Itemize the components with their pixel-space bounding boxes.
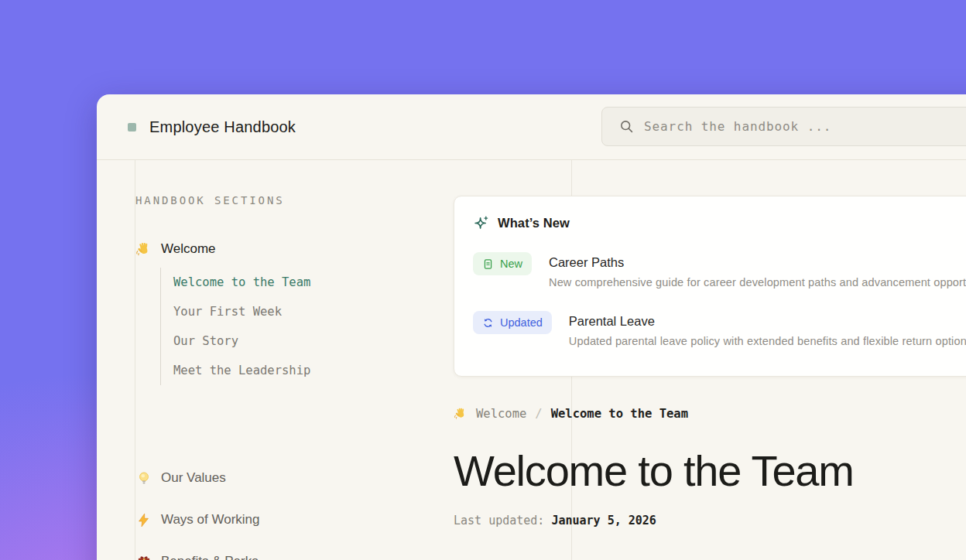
app-header: Employee Handbook: [97, 94, 966, 160]
search-input[interactable]: [644, 119, 966, 134]
sidebar-section-label: HANDBOOK SECTIONS: [135, 194, 285, 207]
entry-text: Career Paths New comprehensive guide for…: [549, 252, 966, 289]
breadcrumb-section[interactable]: Welcome: [476, 407, 526, 421]
main-content: What’s New New Career Paths New comprehe…: [454, 160, 966, 528]
sidebar-item-label: Our Values: [161, 470, 226, 486]
entry-description: Updated parental leave policy with exten…: [569, 335, 966, 347]
breadcrumb-current: Welcome to the Team: [551, 407, 688, 421]
logo-square-icon: [128, 123, 136, 131]
breadcrumb-separator: /: [535, 407, 542, 421]
sidebar-item-label: Welcome: [161, 241, 216, 257]
whats-new-entry[interactable]: New Career Paths New comprehensive guide…: [473, 252, 966, 289]
whats-new-card: What’s New New Career Paths New comprehe…: [454, 196, 966, 377]
sidebar-item-welcome[interactable]: Welcome: [135, 240, 216, 258]
sidebar-subitem-meet-the-leadership[interactable]: Meet the Leadership: [173, 356, 310, 385]
sparkle-icon: [473, 215, 489, 231]
desktop-background: Employee Handbook HANDBOOK SECTIONS: [0, 0, 966, 560]
last-updated-label: Last updated:: [454, 514, 544, 528]
search-bar[interactable]: [601, 107, 966, 146]
document-icon: [482, 258, 494, 270]
breadcrumb: Welcome / Welcome to the Team: [454, 407, 966, 421]
last-updated-value: January 5, 2026: [551, 514, 656, 528]
sidebar-item-label: Benefits & Perks: [161, 554, 259, 560]
wave-icon: [135, 241, 152, 258]
wave-icon: [454, 407, 468, 421]
gift-icon: [135, 554, 152, 560]
sidebar-item-label: Ways of Working: [161, 512, 260, 528]
sidebar: HANDBOOK SECTIONS: [97, 160, 454, 560]
search-icon: [619, 119, 634, 134]
entry-title: Parental Leave: [569, 314, 966, 329]
sidebar-item-our-values[interactable]: Our Values: [135, 469, 226, 487]
sidebar-subitem-our-story[interactable]: Our Story: [173, 326, 310, 356]
whats-new-entry[interactable]: Updated Parental Leave Updated parental …: [473, 311, 966, 347]
sidebar-item-benefits-perks[interactable]: Benefits & Perks: [135, 552, 259, 560]
sidebar-subitem-your-first-week[interactable]: Your First Week: [173, 297, 310, 326]
whats-new-header: What’s New: [473, 215, 966, 231]
sidebar-item-ways-of-working[interactable]: Ways of Working: [135, 510, 260, 529]
entry-title: Career Paths: [549, 255, 966, 270]
app-brand: Employee Handbook: [128, 94, 296, 160]
page-title: Welcome to the Team: [454, 449, 966, 493]
sidebar-subitem-welcome-to-the-team[interactable]: Welcome to the Team: [173, 268, 310, 297]
updated-badge-label: Updated: [500, 316, 543, 330]
new-badge-label: New: [500, 257, 522, 271]
whats-new-title: What’s New: [498, 216, 570, 230]
bulb-icon: [135, 470, 152, 487]
updated-badge: Updated: [473, 311, 552, 334]
refresh-icon: [482, 317, 494, 329]
entry-text: Parental Leave Updated parental leave po…: [569, 311, 966, 347]
new-badge: New: [473, 252, 532, 275]
app-window: Employee Handbook HANDBOOK SECTIONS: [97, 94, 966, 560]
app-title: Employee Handbook: [149, 118, 296, 136]
entry-description: New comprehensive guide for career devel…: [549, 276, 966, 289]
sidebar-subnav: Welcome to the Team Your First Week Our …: [160, 268, 310, 385]
last-updated: Last updated: January 5, 2026: [454, 514, 966, 528]
lightning-icon: [135, 512, 152, 528]
